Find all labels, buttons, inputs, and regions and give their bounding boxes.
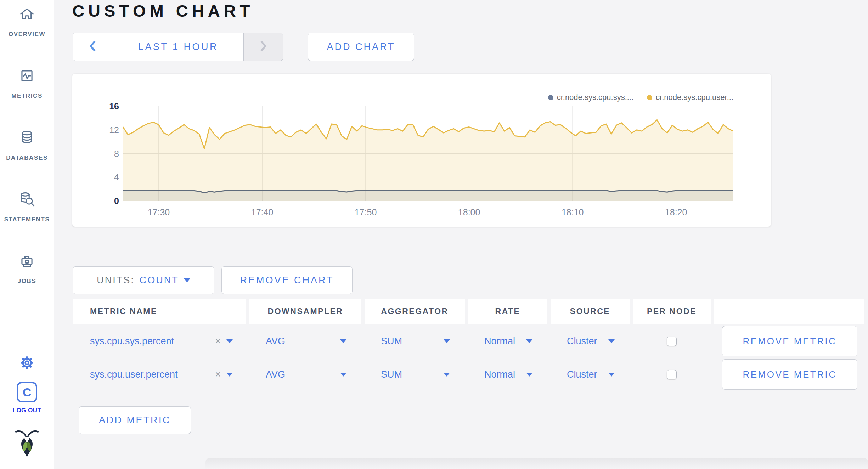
table-row-pernode-cell [633, 358, 711, 391]
sidebar-item-overview[interactable]: OVERVIEW [0, 5, 54, 38]
table-row-pernode-cell [633, 324, 711, 358]
y-axis-tick: 4 [79, 172, 119, 182]
legend-dot-icon [548, 95, 553, 100]
chevron-down-icon [340, 339, 346, 343]
next-card-shadow [205, 458, 868, 469]
sidebar: C LOG OUT OVERVIEWMETRICSDATABASESSTATEM… [0, 0, 54, 469]
downsampler-dropdown[interactable]: AVG [249, 324, 361, 358]
table-row-metric-cell: sys.cpu.sys.percent× [73, 324, 246, 358]
logout-button[interactable]: C LOG OUT [0, 382, 54, 414]
units-value: COUNT [140, 275, 179, 286]
chart-card: cr.node.sys.cpu.sys....cr.node.sys.cpu.u… [72, 74, 771, 227]
chevron-down-icon [526, 339, 532, 343]
metric-name-dropdown[interactable]: sys.cpu.user.percent [90, 369, 178, 380]
chevron-down-icon[interactable] [226, 373, 233, 377]
sidebar-item-metrics[interactable]: METRICS [0, 67, 54, 100]
column-header: DOWNSAMPLER [249, 299, 361, 324]
rate-dropdown[interactable]: Normal [468, 358, 547, 391]
x-axis-tick: 17:40 [236, 207, 289, 217]
legend-label: cr.node.sys.cpu.user... [656, 93, 733, 102]
table-row-metric-cell: sys.cpu.user.percent× [73, 358, 246, 391]
column-header [714, 299, 864, 324]
home-icon [18, 5, 36, 23]
chevron-left-icon [89, 40, 97, 54]
sidebar-item-jobs[interactable]: JOBS [0, 252, 54, 285]
legend-item[interactable]: cr.node.sys.cpu.sys.... [548, 93, 633, 102]
y-axis-tick: 0 [79, 196, 119, 206]
units-dropdown[interactable]: UNITS: COUNT [73, 266, 214, 294]
chart-plot-area [123, 106, 733, 201]
column-header: AGGREGATOR [365, 299, 465, 324]
add-metric-button[interactable]: ADD METRIC [79, 406, 191, 434]
time-range-next-button[interactable] [243, 33, 283, 61]
chevron-down-icon [184, 278, 190, 282]
chevron-down-icon [608, 339, 615, 343]
remove-metric-button[interactable]: REMOVE METRIC [722, 326, 857, 356]
sidebar-item-statements[interactable]: STATEMENTS [0, 190, 54, 223]
y-axis-tick: 16 [79, 101, 119, 112]
databases-icon [18, 129, 36, 147]
column-header: METRIC NAME [73, 299, 246, 324]
cockroach-c-logo: C [17, 382, 37, 402]
y-axis-tick: 12 [79, 125, 119, 135]
table-row-actions-cell: REMOVE METRIC [714, 324, 864, 358]
legend-item[interactable]: cr.node.sys.cpu.user... [647, 93, 733, 102]
logo-letter: C [23, 385, 32, 399]
chart-legend: cr.node.sys.cpu.sys....cr.node.sys.cpu.u… [548, 93, 733, 102]
chevron-down-icon [340, 373, 346, 377]
jobs-icon [18, 252, 36, 270]
aggregator-dropdown[interactable]: SUM [365, 324, 465, 358]
y-axis-tick: 8 [79, 148, 119, 159]
metrics-table: METRIC NAMEDOWNSAMPLERAGGREGATORRATESOUR… [73, 299, 864, 391]
chevron-down-icon [608, 373, 615, 377]
chevron-down-icon [526, 373, 532, 377]
clear-metric-icon[interactable]: × [215, 337, 221, 346]
units-label: UNITS: [97, 275, 135, 286]
metric-combo-controls: × [215, 370, 233, 379]
logout-label: LOG OUT [13, 407, 41, 414]
metrics-icon [18, 67, 36, 85]
gear-icon [18, 354, 35, 373]
settings-button[interactable] [0, 354, 54, 373]
statements-icon [18, 190, 36, 209]
clear-metric-icon[interactable]: × [215, 370, 221, 379]
page-title: CUSTOM CHART [72, 0, 254, 22]
rate-dropdown[interactable]: Normal [468, 324, 547, 358]
per-node-checkbox[interactable] [667, 370, 677, 379]
cockroach-icon [0, 427, 54, 459]
chevron-down-icon[interactable] [226, 339, 233, 343]
aggregator-dropdown[interactable]: SUM [365, 358, 465, 391]
custom-chart-page: C LOG OUT OVERVIEWMETRICSDATABASESSTATEM… [0, 0, 868, 469]
table-row-actions-cell: REMOVE METRIC [714, 358, 864, 391]
x-axis-tick: 17:50 [339, 207, 392, 217]
x-axis-tick: 17:30 [132, 207, 185, 217]
time-range-prev-button[interactable] [73, 33, 113, 61]
add-chart-button[interactable]: ADD CHART [308, 33, 414, 61]
column-header: RATE [468, 299, 547, 324]
metric-combo-controls: × [215, 337, 233, 346]
legend-dot-icon [647, 95, 652, 100]
downsampler-dropdown[interactable]: AVG [249, 358, 361, 391]
metric-name-dropdown[interactable]: sys.cpu.sys.percent [90, 336, 174, 347]
column-header: SOURCE [551, 299, 630, 324]
chevron-down-icon [444, 339, 450, 343]
column-header: PER NODE [633, 299, 711, 324]
chevron-right-icon [259, 40, 267, 54]
source-dropdown[interactable]: Cluster [551, 358, 630, 391]
per-node-checkbox[interactable] [667, 337, 677, 346]
time-range-selector: LAST 1 HOUR [73, 33, 283, 61]
x-axis-tick: 18:10 [546, 207, 599, 217]
x-axis-tick: 18:00 [443, 207, 496, 217]
sidebar-item-databases[interactable]: DATABASES [0, 129, 54, 162]
remove-metric-button[interactable]: REMOVE METRIC [722, 359, 857, 390]
remove-chart-button[interactable]: REMOVE CHART [221, 266, 353, 294]
source-dropdown[interactable]: Cluster [551, 324, 630, 358]
time-range-value[interactable]: LAST 1 HOUR [113, 33, 243, 61]
legend-label: cr.node.sys.cpu.sys.... [557, 93, 633, 102]
chevron-down-icon [444, 373, 450, 377]
x-axis-tick: 18:20 [649, 207, 703, 217]
